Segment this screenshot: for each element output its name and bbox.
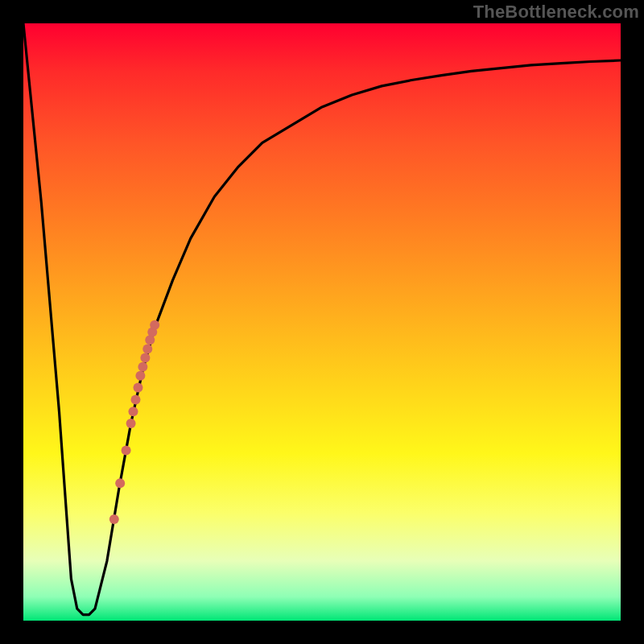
highlight-point: [131, 395, 141, 405]
highlight-point: [142, 344, 152, 353]
highlight-point: [122, 446, 131, 456]
chart-svg: [23, 23, 621, 621]
highlight-point: [138, 362, 147, 372]
highlight-point: [115, 478, 125, 488]
highlight-point: [126, 419, 136, 428]
highlight-segment: [109, 320, 159, 524]
highlight-point: [109, 514, 119, 524]
plot-area: [23, 23, 621, 621]
bottleneck-curve: [23, 23, 621, 615]
highlight-point: [140, 353, 150, 363]
watermark-text: TheBottleneck.com: [473, 2, 639, 23]
highlight-point: [134, 383, 143, 393]
highlight-point: [150, 320, 159, 330]
highlight-point: [135, 371, 145, 381]
chart-frame: TheBottleneck.com: [0, 0, 644, 644]
highlight-point: [129, 407, 138, 416]
